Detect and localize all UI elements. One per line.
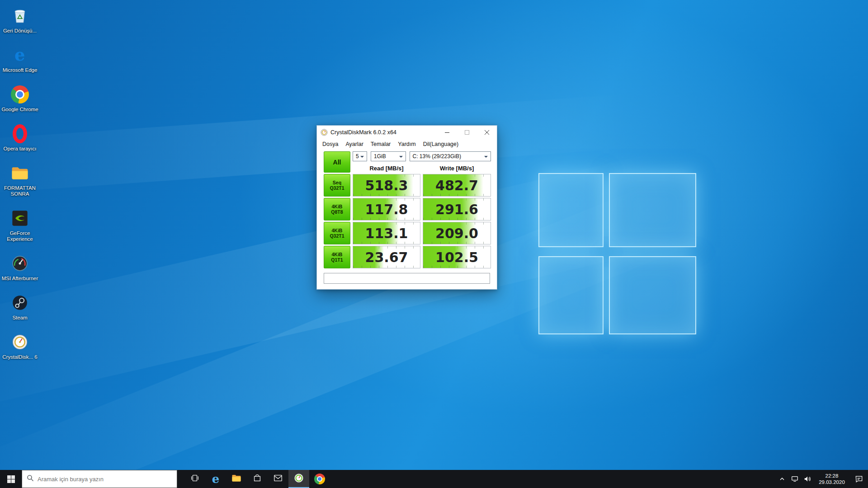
desktop-icon-crystaldiskmark[interactable]: CrystalDisk... 6: [1, 332, 39, 360]
crystaldiskmark-icon: [9, 332, 30, 352]
desktop-icon-label: Google Chrome: [1, 107, 38, 113]
action-center-button[interactable]: [850, 470, 868, 488]
volume-icon[interactable]: [801, 470, 814, 488]
desktop-icon-label: Geri Dönüşü...: [3, 28, 37, 34]
svg-text:e: e: [14, 45, 25, 65]
seq-q32t1-write-result: 482.7: [423, 174, 491, 197]
opera-icon: [9, 123, 30, 144]
window-title: CrystalDiskMark 6.0.2 x64: [330, 129, 437, 136]
task-view-icon: [190, 473, 200, 485]
clock-date: 29.03.2020: [814, 479, 850, 485]
windows-logo-pane: [609, 256, 696, 334]
minimize-button[interactable]: [437, 126, 457, 139]
network-icon[interactable]: [788, 470, 801, 488]
crystaldiskmark-taskbar-button[interactable]: [288, 470, 309, 488]
clock-time: 22:28: [814, 473, 850, 479]
run-seq-q32t1-button[interactable]: Seq Q32T1: [324, 174, 350, 197]
menu-bar: Dosya Ayarlar Temalar Yardım Dil(Languag…: [317, 139, 497, 150]
desktop-icon-edge[interactable]: e Microsoft Edge: [1, 45, 39, 73]
4kib-q1t1-write-result: 102.5: [423, 246, 491, 268]
4kib-q8t8-write-result: 291.6: [423, 198, 491, 221]
mail-icon: [273, 473, 283, 485]
menu-dil[interactable]: Dil(Language): [420, 140, 462, 149]
test-size-select[interactable]: 1GiB: [371, 151, 406, 161]
desktop-icon-folder[interactable]: FORMATTAN SONRA: [1, 163, 39, 197]
4kib-q8t8-read-result: 117.8: [353, 198, 420, 221]
recycle-bin-icon: [9, 5, 30, 26]
hidden-icons-chevron[interactable]: [776, 470, 788, 488]
desktop-icon-recycle-bin[interactable]: Geri Dönüşü...: [1, 5, 39, 34]
crystaldiskmark-icon: [293, 473, 304, 485]
menu-temalar[interactable]: Temalar: [367, 140, 394, 149]
menu-ayarlar[interactable]: Ayarlar: [342, 140, 367, 149]
run-4kib-q8t8-button[interactable]: 4KiB Q8T8: [324, 198, 350, 221]
windows-logo-pane: [538, 173, 604, 247]
desktop-icon-opera[interactable]: Opera tarayıcı: [1, 123, 39, 152]
start-button[interactable]: [0, 470, 22, 488]
4kib-q32t1-read-result: 113.1: [353, 222, 420, 244]
run-4kib-q1t1-button[interactable]: 4KiB Q1T1: [324, 246, 350, 268]
crystaldiskmark-window: CrystalDiskMark 6.0.2 x64 Dosya Ayarlar …: [316, 125, 497, 290]
taskbar-search[interactable]: [22, 470, 177, 488]
chrome-taskbar-button[interactable]: [309, 470, 330, 488]
maximize-button[interactable]: [457, 126, 477, 139]
close-button[interactable]: [477, 126, 497, 139]
chrome-icon: [9, 84, 30, 105]
read-column-header: Read [MB/s]: [353, 164, 420, 173]
desktop-icon-label: CrystalDisk... 6: [2, 354, 37, 360]
menu-dosya[interactable]: Dosya: [319, 140, 342, 149]
desktop-icon-steam[interactable]: Steam: [1, 292, 39, 321]
desktop-icon-msi-afterburner[interactable]: MSI Afterburner: [1, 253, 39, 282]
taskbar-clock[interactable]: 22:28 29.03.2020: [814, 473, 850, 485]
comment-input[interactable]: [324, 273, 490, 284]
desktop-icon-label: GeForce Experience: [1, 230, 38, 242]
desktop-icon-chrome[interactable]: Google Chrome: [1, 84, 39, 113]
task-view-button[interactable]: [184, 470, 205, 488]
loop-count-select[interactable]: 5: [353, 151, 367, 161]
desktop-icon-label: Microsoft Edge: [3, 67, 38, 73]
search-input[interactable]: [38, 476, 172, 483]
store-button[interactable]: [247, 470, 268, 488]
desktop-icon-label: Steam: [12, 315, 27, 321]
edge-icon: e: [9, 45, 30, 66]
app-icon: [321, 129, 328, 136]
store-icon: [252, 473, 262, 485]
run-4kib-q32t1-button[interactable]: 4KiB Q32T1: [324, 222, 350, 244]
geforce-icon: [9, 208, 30, 229]
run-all-button[interactable]: All: [324, 151, 350, 173]
steam-icon: [9, 292, 30, 313]
window-content: All 5 1GiB C: 13% (29/223GiB) Read [MB/s…: [317, 150, 497, 289]
chrome-icon: [314, 474, 325, 484]
windows-logo-pane: [609, 173, 696, 247]
taskbar: e: [0, 470, 868, 488]
edge-icon: e: [212, 474, 220, 484]
desktop-icon-geforce[interactable]: GeForce Experience: [1, 208, 39, 242]
4kib-q1t1-read-result: 23.67: [353, 246, 420, 268]
windows-logo-pane: [538, 256, 604, 334]
4kib-q32t1-write-result: 209.0: [423, 222, 491, 244]
system-tray: 22:28 29.03.2020: [776, 470, 868, 488]
seq-q32t1-read-result: 518.3: [353, 174, 420, 197]
title-bar[interactable]: CrystalDiskMark 6.0.2 x64: [317, 126, 497, 139]
menu-yardim[interactable]: Yardım: [394, 140, 419, 149]
drive-select[interactable]: C: 13% (29/223GiB): [410, 151, 491, 161]
write-column-header: Write [MB/s]: [423, 164, 491, 173]
desktop-icons: Geri Dönüşü... e Microsoft Edge Google C…: [1, 5, 39, 360]
desktop-icon-label: MSI Afterburner: [2, 276, 38, 282]
search-icon: [27, 474, 34, 483]
desktop-wallpaper: Geri Dönüşü... e Microsoft Edge Google C…: [0, 0, 868, 488]
edge-taskbar-button[interactable]: e: [205, 470, 226, 488]
test-settings: 5 1GiB C: 13% (29/223GiB): [353, 151, 491, 162]
file-explorer-icon: [231, 473, 242, 485]
desktop-icon-label: FORMATTAN SONRA: [1, 185, 38, 197]
folder-icon: [9, 163, 30, 183]
windows-logo-icon: [7, 475, 15, 483]
msi-afterburner-icon: [9, 253, 30, 274]
file-explorer-button[interactable]: [226, 470, 247, 488]
mail-button[interactable]: [268, 470, 288, 488]
taskbar-app-icons: e: [184, 470, 330, 488]
desktop-icon-label: Opera tarayıcı: [4, 146, 37, 152]
